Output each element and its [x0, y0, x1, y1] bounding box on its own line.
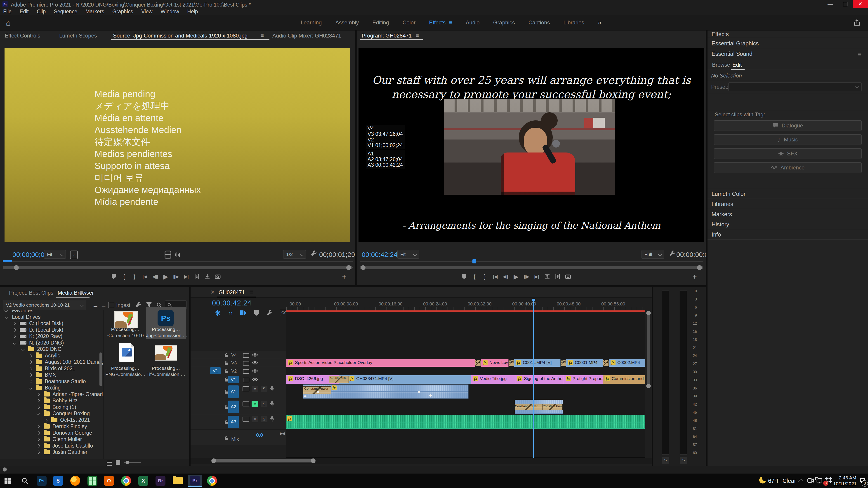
- home-icon[interactable]: ⌂: [6, 19, 11, 27]
- workspace-tab-color[interactable]: Color: [403, 20, 415, 26]
- media-browser-menu-icon[interactable]: ≡: [80, 289, 83, 296]
- tab-lumetri-scopes[interactable]: Lumetri Scopes: [59, 33, 97, 39]
- source-scrub-track[interactable]: [3, 261, 352, 262]
- hscroll-zoom-handle-left[interactable]: [211, 458, 216, 463]
- go-to-in-icon[interactable]: |◀: [140, 272, 150, 281]
- essential-sound-menu-icon[interactable]: ≡: [858, 51, 861, 58]
- taskbar-app-orange-icon[interactable]: O: [102, 475, 116, 487]
- track-label-a2-targeted[interactable]: A2: [228, 400, 239, 413]
- mute-button-a3[interactable]: M: [252, 416, 258, 422]
- workspace-tab-learning[interactable]: Learning: [301, 20, 322, 26]
- track-label-v2[interactable]: V2: [231, 368, 237, 374]
- program-playhead-marker[interactable]: [472, 259, 476, 263]
- workspace-tab-effects-active[interactable]: Effects≡: [429, 19, 452, 26]
- taskbar-chrome-icon[interactable]: [119, 475, 133, 487]
- tree-item-oct-1st[interactable]: Oct-1st 2021: [0, 417, 102, 423]
- drag-audio-icon[interactable]: [175, 252, 180, 257]
- thumbnail-png-file[interactable]: [119, 343, 134, 362]
- step-back-icon[interactable]: ◀▮: [150, 272, 160, 281]
- panel-lumetri-color[interactable]: Lumetri Color: [708, 189, 868, 199]
- tree-item-donovan[interactable]: Donovan George: [0, 430, 102, 436]
- linked-selection-icon[interactable]: [240, 310, 247, 316]
- track-label-v3[interactable]: V3: [231, 360, 237, 365]
- lift-icon[interactable]: [542, 272, 553, 281]
- tree-item-drive-k[interactable]: K: (2020 Raw): [0, 333, 102, 339]
- track-label-a3-targeted[interactable]: A3: [228, 416, 239, 428]
- timeline-ruler[interactable]: 00:00 00:00:08:00 00:00:16:00 00:00:24:0…: [286, 300, 645, 311]
- track-visibility-eye-icon[interactable]: [252, 369, 258, 373]
- marker-icon[interactable]: [254, 310, 259, 316]
- panel-libraries[interactable]: Libraries: [708, 199, 868, 209]
- tree-item-drive-c[interactable]: C: (Local Disk): [0, 320, 102, 326]
- clip-vedio-title[interactable]: fxVedio Title.jpg: [471, 375, 515, 384]
- timeline-menu-icon[interactable]: ≡: [250, 289, 253, 295]
- tab-effect-controls[interactable]: Effect Controls: [5, 33, 40, 39]
- lock-icon[interactable]: [224, 369, 228, 373]
- track-target-icon[interactable]: [243, 369, 249, 374]
- tab-sequence-gh028471[interactable]: GH028471: [219, 289, 245, 295]
- clip-c0011[interactable]: fxC0011.MP4 [V]: [514, 359, 561, 367]
- transition-constant-power[interactable]: Constant Power: [303, 386, 331, 394]
- forward-arrow-icon[interactable]: →: [100, 302, 107, 309]
- voiceover-mic-icon[interactable]: [270, 416, 274, 422]
- tab-media-browser-active[interactable]: Media Browser: [58, 290, 94, 296]
- play-icon[interactable]: ▶: [160, 272, 171, 281]
- voiceover-mic-icon[interactable]: [270, 400, 274, 407]
- track-label-a1-targeted[interactable]: A1: [228, 385, 239, 398]
- program-zoom-scrollbar[interactable]: [360, 266, 703, 269]
- add-marker-icon[interactable]: [459, 272, 469, 281]
- lock-icon[interactable]: [224, 361, 228, 365]
- add-marker-icon[interactable]: [108, 272, 119, 281]
- workspace-overflow-icon[interactable]: »: [598, 19, 601, 26]
- panel-effects[interactable]: Effects: [708, 31, 868, 38]
- solo-button-a3[interactable]: S: [260, 416, 268, 422]
- tree-item-adrian[interactable]: Adrian -Tigre- Granados: [0, 391, 102, 397]
- track-label-v1-targeted[interactable]: V1: [228, 376, 239, 383]
- track-target-icon[interactable]: [243, 361, 249, 365]
- tree-item-local-drives[interactable]: Local Drives: [0, 314, 102, 320]
- program-fit-dropdown[interactable]: Fit: [397, 250, 419, 259]
- program-zoom-handle-right[interactable]: [697, 265, 702, 270]
- mark-out-icon[interactable]: }: [480, 272, 490, 281]
- tab-source-active[interactable]: Source: Jpg-Commission and Medicals-1920…: [113, 33, 248, 39]
- taskbar-explorer-icon[interactable]: [170, 475, 185, 487]
- thumbnail-photoshop-file[interactable]: Ps: [158, 310, 174, 326]
- source-zoom-dropdown[interactable]: 1/2: [283, 250, 306, 259]
- tab-edit-active[interactable]: Edit: [733, 62, 742, 68]
- source-fit-dropdown[interactable]: Fit: [44, 250, 66, 259]
- tree-item-justin[interactable]: Justin Gauthier: [0, 449, 102, 455]
- tree-item-2020-dng[interactable]: 2020 DNG: [0, 346, 102, 352]
- panel-essential-graphics[interactable]: Essential Graphics: [708, 39, 868, 48]
- lock-icon[interactable]: [224, 353, 228, 357]
- workspace-tab-assembly[interactable]: Assembly: [335, 20, 359, 26]
- tree-item-birds[interactable]: Birds of 2021: [0, 365, 102, 372]
- meter-solo-right[interactable]: S: [680, 457, 687, 464]
- volume-rubber-band[interactable]: [303, 392, 469, 392]
- clip-signing-anthem[interactable]: fxSigning of the Anthem.jpg: [515, 375, 564, 384]
- taskbar-search-icon[interactable]: [18, 475, 32, 487]
- zoom-slider-knob[interactable]: [126, 461, 129, 464]
- workspace-tab-audio[interactable]: Audio: [466, 20, 479, 26]
- workspace-tab-libraries[interactable]: Libraries: [563, 20, 584, 26]
- mix-gain-value[interactable]: 0.0: [256, 432, 263, 438]
- mute-button-a1[interactable]: M: [252, 386, 258, 392]
- drag-video-icon[interactable]: [164, 251, 171, 259]
- tree-item-favorites[interactable]: Favorites: [0, 311, 102, 314]
- transition-cross-dissolve-labeled[interactable]: Cross Disso: [329, 376, 349, 383]
- solo-button-a2[interactable]: S: [260, 401, 268, 407]
- menu-file[interactable]: File: [3, 8, 11, 15]
- go-to-in-icon[interactable]: |◀: [490, 272, 500, 281]
- track-label-v4[interactable]: V4: [231, 352, 237, 358]
- taskbar-excel-icon[interactable]: X: [136, 475, 151, 487]
- tab-browse[interactable]: Browse: [712, 62, 730, 68]
- transition-cross-dissolve[interactable]: Cro: [561, 360, 566, 366]
- clip-commission-medicals[interactable]: fxCommission and M: [603, 375, 645, 384]
- tree-item-boxing-1[interactable]: Boxing (1): [0, 404, 102, 410]
- overwrite-icon[interactable]: [202, 272, 213, 281]
- share-export-icon[interactable]: [853, 19, 861, 26]
- taskbar-photoshop-icon[interactable]: Ps: [34, 475, 49, 487]
- thumbnail-tif-file[interactable]: [155, 345, 177, 361]
- tray-display-icon[interactable]: [815, 477, 823, 484]
- source-settings-icon[interactable]: ‹: [70, 251, 78, 259]
- track-target-icon[interactable]: [243, 417, 249, 422]
